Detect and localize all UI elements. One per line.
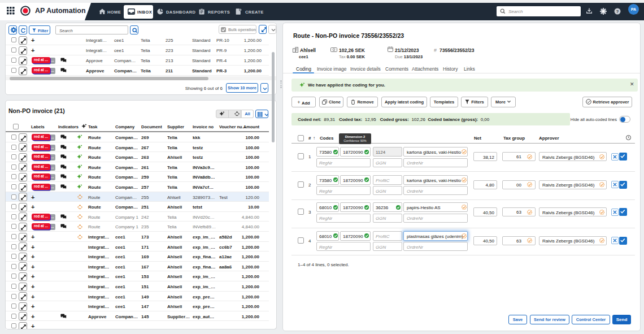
- svg-text:?: ?: [616, 9, 619, 14]
